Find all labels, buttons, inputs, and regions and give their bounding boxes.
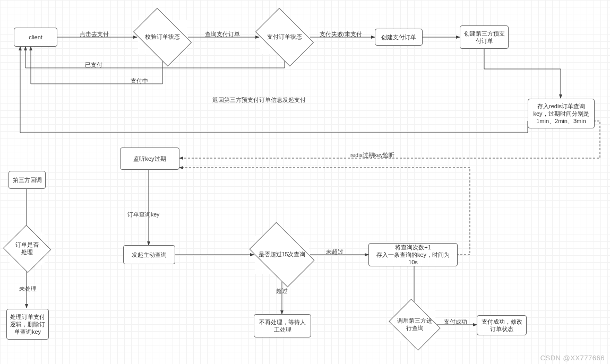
pay-order-status-diamond: 支付订单状态 <box>260 20 309 54</box>
pay-failed-label: 支付失败/未支付 <box>320 31 362 38</box>
verify-order-status-diamond: 校验订单状态 <box>138 20 187 54</box>
already-paid-label: 已支付 <box>85 62 102 69</box>
click-pay-label: 点击去支付 <box>80 31 109 38</box>
return-third-prepay-label: 返回第三方预支付订单信息发起支付 <box>212 97 306 104</box>
unprocessed-label: 未处理 <box>19 285 37 293</box>
create-pay-order-node: 创建支付订单 <box>375 29 423 46</box>
not-over-label: 未超过 <box>326 248 343 256</box>
over-label: 超过 <box>276 288 288 295</box>
listen-key-expired-node: 监听key过期 <box>120 148 179 170</box>
client-node: client <box>14 28 57 47</box>
third-callback-node: 第三方回调 <box>8 171 46 189</box>
over-15-diamond: 是否超过15次查询 <box>255 236 309 274</box>
paying-label: 支付中 <box>131 77 148 85</box>
pay-success-node: 支付成功，修改订单状态 <box>477 315 527 335</box>
redis-expire-listen-label: redis过期key监听 <box>350 152 394 159</box>
order-processed-diamond: 订单是否处理 <box>10 232 45 265</box>
plus-one-node: 将查询次数+1 存入一条查询的key，时间为10s <box>368 243 458 266</box>
active-query-node: 发起主动查询 <box>123 245 175 264</box>
query-pay-order-label: 查询支付订单 <box>205 31 240 38</box>
save-redis-node: 存入redis订单查询key，过期时间分别是1min、2min、3min <box>528 99 595 128</box>
call-third-query-diamond: 调用第三方进行查询 <box>394 309 435 341</box>
order-query-key-label: 订单查询key <box>127 211 159 219</box>
watermark-text: CSDN @XX777666 <box>540 354 605 362</box>
connectors <box>0 0 610 364</box>
nomore-node: 不再处理，等待人工处理 <box>254 314 311 337</box>
create-third-prepay-node: 创建第三方预支付订单 <box>460 25 509 49</box>
pay-success-edge-label: 支付成功 <box>444 318 467 326</box>
process-logic-node: 处理订单支付逻辑，删除订单查询key <box>6 309 49 340</box>
